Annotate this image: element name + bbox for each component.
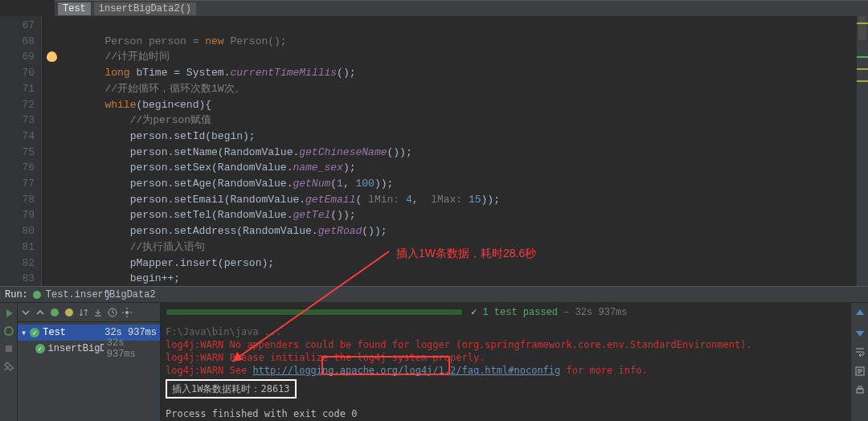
kw-long: long [104, 67, 129, 79]
run-status-icon [33, 291, 41, 299]
exit-message: Process finished with exit code 0 [166, 407, 845, 420]
highlighted-output: 插入1W条数据耗时：28613 [166, 379, 297, 399]
settings-icon[interactable] [122, 308, 132, 317]
comment: //执行插入语句 [130, 241, 206, 253]
test-class-label: Test [43, 327, 66, 338]
kw-while: while [104, 99, 136, 111]
toggle-icon[interactable] [3, 325, 14, 337]
svg-point-2 [51, 309, 59, 317]
test-toolbar [18, 303, 160, 322]
svg-rect-1 [6, 345, 12, 352]
test-time: 32s 937ms [104, 327, 157, 338]
filter-passed-icon[interactable] [50, 308, 59, 317]
comment: //为person赋值 [130, 114, 211, 126]
run-toolwindow-header[interactable]: Run: Test.insertBigData2 [0, 286, 868, 303]
progress-bar [166, 309, 463, 316]
console-output[interactable]: F:\Java\bin\java ... log4j:WARN No appen… [161, 322, 850, 421]
test-tree-item[interactable]: ✓ insertBigD 32s 937ms [18, 341, 160, 357]
console-panel: ✓ 1 test passed – 32s 937ms F:\Java\bin\… [161, 303, 850, 421]
breadcrumb-class[interactable]: Test [58, 2, 91, 15]
scroll-end-icon[interactable] [854, 366, 866, 377]
console-cmdline: F:\Java\bin\java ... [166, 325, 845, 338]
line-gutter: 6768697071727374757677787980818283 [0, 16, 42, 286]
log-warn: log4j:WARN Please initialize the log4j s… [166, 351, 845, 364]
soft-wrap-icon[interactable] [854, 346, 866, 358]
rerun-icon[interactable] [3, 308, 14, 319]
test-ok-icon: ✓ [30, 328, 39, 337]
run-panel: ▾ ✓ Test 32s 937ms ✓ insertBigD 32s 937m… [0, 303, 868, 421]
fn-currentTimeMillis: currentTimeMillis [230, 67, 337, 79]
filter-ignored-icon[interactable] [64, 308, 74, 317]
pin-icon[interactable] [3, 361, 14, 372]
test-progress: ✓ 1 test passed – 32s 937ms [161, 303, 850, 322]
code-editor[interactable]: 6768697071727374757677787980818283 Perso… [0, 16, 868, 286]
down-icon[interactable] [854, 327, 866, 338]
console-right-toolbar [850, 303, 868, 421]
svg-rect-7 [857, 389, 863, 393]
sort-icon[interactable] [79, 308, 88, 317]
test-ok-icon: ✓ [35, 344, 45, 354]
log-link[interactable]: http://logging.apache.org/log4j/1.2/faq.… [252, 365, 560, 376]
collapse-icon[interactable] [35, 308, 45, 317]
editor-scrollbar[interactable] [857, 16, 868, 286]
test-time: 32s 937ms [107, 337, 157, 360]
breadcrumb: Test insertBigData2() [55, 0, 868, 16]
svg-point-0 [5, 327, 13, 335]
svg-point-3 [65, 309, 73, 317]
export-icon[interactable] [93, 308, 103, 317]
breadcrumb-method[interactable]: insertBigData2() [94, 2, 196, 15]
code-area[interactable]: Person person = new Person(); //计开始时间 lo… [42, 16, 857, 286]
test-method-label: insertBigD [48, 343, 104, 354]
up-icon[interactable] [854, 308, 866, 319]
svg-rect-8 [858, 386, 862, 389]
stop-icon[interactable] [3, 343, 14, 354]
print-icon[interactable] [854, 385, 866, 396]
expand-icon[interactable] [21, 308, 31, 317]
log-warn: log4j:WARN No appenders could be found f… [166, 338, 845, 351]
history-icon[interactable] [108, 308, 117, 317]
test-summary: ✓ 1 test passed – 32s 937ms [471, 306, 627, 318]
test-tree-panel: ▾ ✓ Test 32s 937ms ✓ insertBigD 32s 937m… [18, 303, 161, 421]
comment: //开始循环，循环次数1W次。 [104, 83, 244, 95]
comment: //计开始时间 [104, 51, 170, 63]
svg-point-5 [125, 311, 129, 314]
run-label: Run: [5, 289, 28, 300]
run-left-toolbar [0, 303, 18, 421]
